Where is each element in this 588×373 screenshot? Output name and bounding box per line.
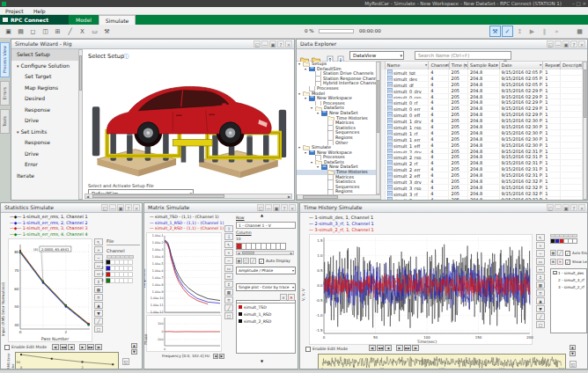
time-page-down-button[interactable]: ▼: [570, 351, 576, 356]
column-header-sample-rate-hz-[interactable]: Sample Rate (Hz)▼: [468, 62, 500, 69]
column-header-description[interactable]: Description▼: [561, 62, 583, 69]
explorer-chrome[interactable]: ◱—▣?×: [547, 40, 585, 48]
table-vscrollbar[interactable]: [583, 62, 587, 200]
time-show-legend-checkbox[interactable]: ✓: [565, 260, 570, 265]
stats-nav-prev-page-button[interactable]: ◀◀: [60, 344, 67, 350]
table-row[interactable]: simult_3_rf4205204.89/15/2016 02:32 PM1: [381, 191, 583, 197]
time-nav-prev-page-button[interactable]: ◀◀: [377, 345, 384, 351]
freq-prev-button[interactable]: ◀: [213, 354, 218, 359]
wizard-step-drive[interactable]: Drive: [11, 149, 82, 160]
close-icon[interactable]: ×: [133, 204, 140, 211]
expand-icon[interactable]: ◱: [122, 358, 129, 365]
splitter-up-icon[interactable]: ▲: [261, 213, 263, 217]
table-row[interactable]: simult_0_rf4205204.89/15/2016 02:29 PM1: [381, 99, 583, 106]
dock-icon[interactable]: ▣: [269, 40, 276, 48]
matrix-file-list[interactable]: simult_TSDsimult_1_RSDsimult_2_RSD: [236, 303, 296, 354]
table-row[interactable]: simult_3_drv4205204.89/15/2016 02:32 PM1: [381, 179, 583, 185]
side-tab-tools[interactable]: Tools: [0, 109, 10, 134]
matrix-display-icon[interactable]: ▦: [236, 258, 242, 264]
tab-model[interactable]: Model: [69, 15, 99, 25]
help-icon[interactable]: ?: [570, 40, 577, 48]
table-row[interactable]: simult_3_rsp4205204.89/15/2016 02:32 PM1: [381, 185, 583, 191]
stats-tool-icon[interactable]: +: [94, 246, 103, 253]
float-icon[interactable]: ◱: [547, 204, 554, 211]
stats-nav-next-page-button[interactable]: ▶▶: [87, 344, 94, 350]
matrix-cell[interactable]: [280, 243, 286, 250]
time-file-item[interactable]: 2 - simult_3_rf: [551, 276, 586, 283]
toolbar-icon-variables[interactable]: X: [77, 26, 88, 37]
stats-nav-next-button[interactable]: ▶: [79, 344, 86, 350]
float-icon[interactable]: ◱: [547, 40, 554, 48]
filter-icon[interactable]: ▼: [465, 62, 467, 69]
time-history-chrome[interactable]: ◱—▣?×: [547, 204, 585, 211]
file-checkbox[interactable]: ✓: [553, 271, 557, 275]
column-header-name[interactable]: Name▼: [386, 62, 430, 69]
stats-tool-icon[interactable]: ▲: [94, 302, 103, 309]
table-row[interactable]: simult_0_err4205204.89/15/2016 02:29 PM1: [381, 106, 583, 112]
time-file-item[interactable]: 3 - simult_2_rf: [551, 283, 586, 290]
time-auto-display-checkbox[interactable]: ✓: [565, 251, 570, 256]
grid-cell[interactable]: [128, 266, 133, 271]
plot-view-icon[interactable]: ╱: [557, 250, 563, 256]
time-tool-icon[interactable]: ▼: [536, 305, 545, 312]
toolbar-icon-display[interactable]: ▭: [89, 26, 100, 37]
matrix-strip-scrollbar[interactable]: ◀▶: [236, 251, 294, 255]
link-button[interactable]: ¤: [280, 294, 287, 301]
time-tool-icon[interactable]: ↕: [536, 274, 545, 281]
stats-nav-first-button[interactable]: ◀|: [52, 344, 59, 350]
time-tool-icon[interactable]: −: [536, 250, 545, 257]
table-row[interactable]: simult_1_drv4205204.89/15/2016 02:30 PM1: [381, 118, 583, 124]
table-row[interactable]: simult_0_eff4205204.89/15/2016 02:29 PM1: [381, 112, 583, 118]
enable-edit-mode-checkbox[interactable]: [4, 345, 10, 350]
matrix-cell-strip[interactable]: [236, 243, 285, 250]
matrix-dropdown-0[interactable]: Amplitude / Phase▾: [236, 267, 296, 274]
wizard-step-set-limits[interactable]: ▾Set Limits: [11, 127, 82, 138]
wizard-step-response[interactable]: Response: [11, 105, 82, 116]
toolbar-icon-edit[interactable]: ╱: [64, 26, 76, 37]
content-hscrollbar[interactable]: ◀ ▶: [85, 194, 292, 199]
minimize-icon[interactable]: —: [555, 204, 562, 211]
splitter-down-icon[interactable]: ▼: [261, 359, 263, 363]
toolbar-icon-station-setup[interactable]: ✓: [502, 26, 513, 37]
add-icon[interactable]: ⊞: [550, 259, 556, 265]
float-icon[interactable]: ◱: [257, 204, 264, 211]
table-row[interactable]: simult_2_err4205204.89/15/2016 02:31 PM1: [381, 166, 583, 172]
matrix-tool-icon[interactable]: ↖: [224, 241, 233, 248]
grid-cell[interactable]: [128, 278, 133, 283]
matrix-file-item[interactable]: simult_TSD: [237, 304, 295, 311]
time-enable-edit-mode-checkbox[interactable]: [305, 347, 311, 352]
matrix-tool-icon[interactable]: +: [224, 249, 233, 256]
table-row[interactable]: simult_3_err4205204.89/15/2016 02:32 PM1: [381, 197, 583, 200]
channel-grid-row[interactable]: 2: [101, 266, 133, 271]
data-grid-icon[interactable]: ▦: [574, 26, 585, 37]
matrix-tool-icon[interactable]: □: [224, 312, 233, 319]
delete-button[interactable]: ✕: [288, 294, 295, 301]
column-header-repeats[interactable]: Repeats▼: [543, 62, 561, 69]
expander-icon[interactable]: ▾: [17, 61, 19, 72]
wizard-step-desired[interactable]: Desired: [11, 93, 82, 105]
row-value[interactable]: 1 - Channel 1 - V: [236, 222, 296, 229]
wizard-step-drive[interactable]: Drive: [11, 115, 82, 127]
toolbar-icon-setup-tools[interactable]: ⚒: [489, 26, 501, 37]
float-icon[interactable]: ◱: [101, 204, 108, 211]
channel-grid-row[interactable]: 3: [101, 272, 133, 277]
move-up-icon[interactable]: ⇧: [224, 225, 233, 232]
dock-icon[interactable]: ▣: [562, 204, 570, 211]
toolbar-icon-wrench-menu[interactable]: ⚒: [101, 26, 113, 37]
channel-grid-row[interactable]: 1: [101, 260, 133, 265]
filter-icon[interactable]: ▼: [557, 62, 559, 69]
time-tool-icon[interactable]: ↔: [536, 266, 545, 273]
float-icon[interactable]: ◱: [254, 40, 261, 48]
dock-icon[interactable]: ▣: [273, 204, 280, 211]
time-nav-prev-button[interactable]: ◀: [385, 345, 392, 351]
file-color-swatch[interactable]: [572, 238, 577, 244]
minimize-icon[interactable]: —: [265, 204, 272, 211]
time-thumbnail[interactable]: 050100150200: [318, 354, 566, 369]
time-tool-icon[interactable]: ╱: [536, 313, 545, 320]
toolbar-icon-save[interactable]: ▣: [3, 26, 14, 37]
freq-next-button[interactable]: ▶: [219, 354, 224, 359]
close-icon[interactable]: ×: [578, 40, 585, 48]
close-icon[interactable]: ×: [289, 204, 296, 211]
filter-icon[interactable]: ▼: [579, 62, 581, 69]
filter-icon[interactable]: ▼: [445, 62, 447, 69]
